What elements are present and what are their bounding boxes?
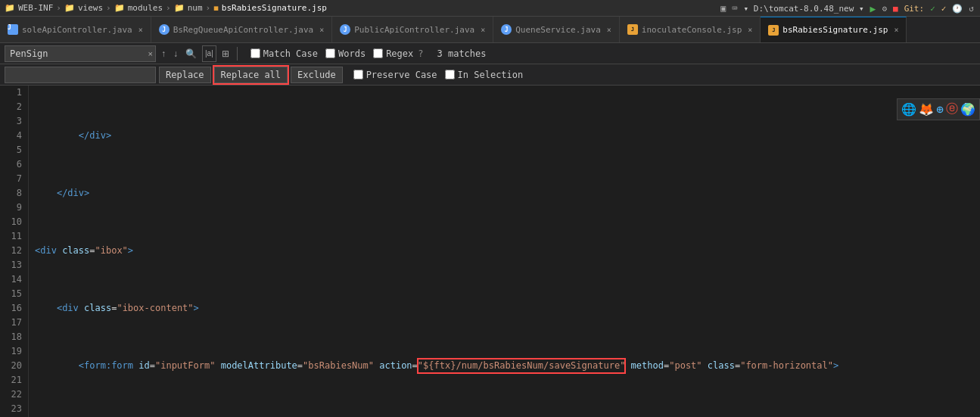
tab-icon-java-4: J xyxy=(501,24,512,35)
tab-sole-api[interactable]: J soleApiController.java × xyxy=(0,17,151,42)
match-case-option[interactable]: Match Case xyxy=(250,48,318,59)
regex-checkbox[interactable] xyxy=(373,48,383,58)
separator-3: › xyxy=(166,3,171,13)
search-word-button[interactable]: |a| xyxy=(202,45,216,62)
exclude-button[interactable]: Exclude xyxy=(291,67,343,83)
code-line-5: <form:form id="inputForm" modelAttribute… xyxy=(35,359,974,373)
firefox-icon[interactable]: 🦊 xyxy=(919,102,934,117)
tab-public-api[interactable]: J PublicApiController.java × xyxy=(332,17,493,42)
tab-bsreg[interactable]: J BsRegQueueApiController.java × xyxy=(151,17,332,42)
tab-label-bsrabies: bsRabiesSignature.jsp xyxy=(782,25,888,35)
replace-options: Preserve Case In Selection xyxy=(353,70,524,80)
search-input-wrap: × xyxy=(5,45,156,62)
modules-label[interactable]: modules xyxy=(128,3,163,13)
preserve-case-checkbox[interactable] xyxy=(353,70,363,79)
browser-icons-panel: 🌐 🦊 ⊕ ⓔ 🌍 xyxy=(897,98,980,120)
file-label[interactable]: bsRabiesSignature.jsp xyxy=(222,3,327,13)
search-bar: × ↑ ↓ 🔍 |a| ⊞ Match Case Words Regex ? 3… xyxy=(0,43,980,64)
tab-icon-java-2: J xyxy=(159,24,170,35)
search-filter-button[interactable]: ⊞ xyxy=(219,45,232,62)
top-bar: 📁 WEB-INF › 📁 views › 📁 modules › 📁 num … xyxy=(0,0,980,17)
clock-icon: 🕐 xyxy=(952,4,963,14)
tab-icon-java-3: J xyxy=(340,24,350,35)
tab-label-sole: soleApiController.java xyxy=(22,25,132,35)
tab-label-public: PublicApiController.java xyxy=(354,25,474,35)
preserve-case-label: Preserve Case xyxy=(366,70,437,80)
modules-icon: 📁 xyxy=(114,3,125,13)
tab-icon-jsp-1: J xyxy=(627,24,638,35)
check-yellow-icon: ✓ xyxy=(941,4,947,14)
replace-input[interactable] xyxy=(5,67,156,83)
separator-4: › xyxy=(206,3,211,13)
code-line-4: <div class="ibox-content"> xyxy=(35,301,974,316)
editor-area: 1 2 3 4 5 6 7 8 9 10 11 12 13 14 15 16 1… xyxy=(0,86,980,417)
code-line-3: <div class="ibox"> xyxy=(35,244,974,258)
refresh-icon[interactable]: ↺ xyxy=(969,4,974,14)
debug-icon[interactable]: ⚙ xyxy=(882,4,887,14)
separator-2: › xyxy=(106,3,111,13)
regex-help-icon: ? xyxy=(418,48,423,59)
tabs-bar: J soleApiController.java × J BsRegQueueA… xyxy=(0,17,980,43)
edge-icon[interactable]: 🌍 xyxy=(960,102,975,117)
code-line-2: </div> xyxy=(35,186,974,201)
search-down-button[interactable]: ↓ xyxy=(171,45,180,62)
num-label[interactable]: num xyxy=(188,3,203,13)
terminal-icon: ⌨ xyxy=(732,3,737,14)
search-options: Match Case Words Regex ? 3 matches xyxy=(250,48,487,59)
web-inf-label[interactable]: WEB-INF xyxy=(18,3,53,13)
in-selection-option[interactable]: In Selection xyxy=(445,70,524,80)
file-icon: ◼ xyxy=(213,3,219,13)
tab-label-quene: QueneService.java xyxy=(515,25,601,35)
check-green-icon: ✓ xyxy=(930,4,935,14)
tab-bsrabies[interactable]: J bsRabiesSignature.jsp × xyxy=(761,17,907,42)
regex-option[interactable]: Regex ? xyxy=(373,48,423,59)
words-option[interactable]: Words xyxy=(325,48,366,59)
replace-all-button[interactable]: Replace all xyxy=(214,67,288,83)
in-selection-checkbox[interactable] xyxy=(445,70,455,79)
tab-close-bsrabies[interactable]: × xyxy=(894,26,898,34)
tab-inoculate[interactable]: J inoculateConsole.jsp × xyxy=(620,17,761,42)
preserve-case-option[interactable]: Preserve Case xyxy=(353,70,437,80)
tab-label-bsreg: BsRegQueueApiController.java xyxy=(173,25,313,35)
search-find-button[interactable]: 🔍 xyxy=(183,45,199,62)
num-icon: 📁 xyxy=(174,3,185,13)
words-label: Words xyxy=(338,48,366,59)
tab-close-inoculate[interactable]: × xyxy=(748,26,752,34)
words-checkbox[interactable] xyxy=(325,48,335,58)
match-case-checkbox[interactable] xyxy=(250,48,260,58)
search-input[interactable] xyxy=(5,45,156,62)
views-icon: 📁 xyxy=(64,3,75,13)
tab-close-public[interactable]: × xyxy=(481,26,485,34)
tab-icon-java: J xyxy=(8,24,18,35)
tab-quene[interactable]: J QueneService.java × xyxy=(493,17,620,42)
code-line-1: </div> xyxy=(35,129,974,143)
window-icon: ▣ xyxy=(720,3,726,14)
in-selection-label: In Selection xyxy=(458,70,524,80)
search-clear-button[interactable]: × xyxy=(147,49,154,58)
tab-label-inoculate: inoculateConsole.jsp xyxy=(642,25,742,35)
web-inf-icon: 📁 xyxy=(5,3,15,13)
chrome-icon[interactable]: 🌐 xyxy=(901,102,916,117)
search-up-button[interactable]: ↑ xyxy=(159,45,168,62)
line-numbers: 1 2 3 4 5 6 7 8 9 10 11 12 13 14 15 16 1… xyxy=(0,86,29,417)
git-label: Git: xyxy=(904,4,925,14)
nav-icon[interactable]: ⊕ xyxy=(936,102,944,117)
path-label[interactable]: ▾ D:\tomcat-8.0.48_new ▾ xyxy=(744,4,864,14)
regex-label: Regex xyxy=(386,48,413,59)
search-separator-1 xyxy=(237,47,238,61)
code-content[interactable]: </div> </div> <div class="ibox"> <div cl… xyxy=(29,86,980,417)
views-label[interactable]: views xyxy=(78,3,103,13)
replace-bar: Replace Replace all Exclude Preserve Cas… xyxy=(0,64,980,86)
stop-icon[interactable]: ■ xyxy=(893,4,898,14)
run-button[interactable]: ▶ xyxy=(870,3,876,14)
match-case-label: Match Case xyxy=(263,48,318,59)
separator-1: › xyxy=(56,3,61,13)
tab-icon-jsp-2: J xyxy=(768,25,779,36)
ie-icon[interactable]: ⓔ xyxy=(946,101,958,117)
replace-button[interactable]: Replace xyxy=(159,67,211,83)
tab-close-quene[interactable]: × xyxy=(607,26,611,34)
tab-close-sole[interactable]: × xyxy=(138,26,143,34)
replace-input-wrap xyxy=(5,67,156,83)
matches-count: 3 matches xyxy=(437,48,487,59)
tab-close-bsreg[interactable]: × xyxy=(319,26,324,34)
